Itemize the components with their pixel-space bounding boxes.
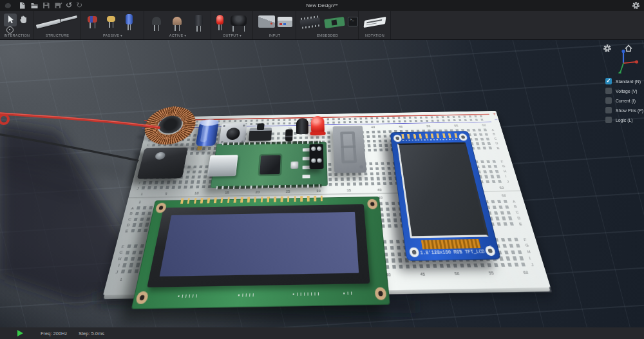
- checkbox-label: Current (I): [616, 99, 636, 103]
- power-supply-icon: [278, 17, 292, 27]
- title-bar: ↺ ↻ New Design**: [0, 0, 644, 11]
- display-options-panel: Standard (N)Voltage (V)Current (I)Show P…: [605, 78, 643, 126]
- document-title: New Design**: [0, 0, 644, 11]
- section-label-structure: STRUCTURE: [46, 34, 70, 37]
- led-icon: [216, 15, 223, 24]
- label-tag-icon: [363, 17, 386, 28]
- checkbox[interactable]: [605, 78, 612, 84]
- section-label-input: INPUT: [269, 34, 281, 37]
- input-module-icon: [258, 15, 275, 28]
- buzzer-icon: [231, 15, 247, 26]
- cursor-tool-button[interactable]: [4, 14, 17, 26]
- freq-value: Freq: 200Hz: [41, 331, 67, 336]
- breadboard-strip-icon-2: [61, 15, 77, 22]
- red-wire-loop[interactable]: [0, 115, 8, 124]
- orbit-tool-icon[interactable]: [6, 26, 14, 34]
- capacitor-icon: [126, 14, 133, 24]
- play-icon[interactable]: [17, 330, 23, 336]
- checkbox-label: Logic (L): [616, 118, 632, 122]
- hand-tool-icon[interactable]: [19, 14, 28, 27]
- breadboard-strip-icon: [36, 19, 61, 28]
- display-option-logic-l[interactable]: Logic (L): [605, 117, 643, 124]
- axis-gizmo[interactable]: [609, 45, 639, 73]
- checkbox-label: Show Pins (P): [616, 108, 643, 113]
- component-toolbar: >_ INTERACTION STRUCTURE PASSIVE ▾ ACTIV…: [0, 11, 644, 40]
- terminal-icon: >_: [348, 17, 358, 26]
- checkbox[interactable]: [605, 117, 612, 123]
- step-value: Step: 5.0ms: [79, 331, 104, 336]
- display-option-show-pins-p[interactable]: Show Pins (P): [605, 107, 643, 114]
- checkbox[interactable]: [605, 107, 612, 113]
- transistor2-icon: [173, 17, 182, 25]
- resistor-icon: [88, 16, 97, 23]
- checkbox[interactable]: [605, 97, 612, 104]
- checkbox-label: Voltage (V): [616, 89, 638, 93]
- status-bar: Freq: 200Hz Step: 5.0ms: [0, 327, 644, 339]
- section-label-notation: NOTATION: [365, 34, 384, 37]
- viewport-3d[interactable]: + − AABBCCDDEEFFGGHHIIJJAABBCCDDEEFFGGHH…: [0, 40, 644, 327]
- transistor-icon: [152, 17, 161, 25]
- resistor2-icon: [107, 16, 115, 22]
- transistor3-icon: [194, 15, 203, 26]
- wires: [0, 40, 644, 327]
- section-label-interaction: INTERACTION: [4, 34, 30, 37]
- display-option-current-i[interactable]: Current (I): [605, 97, 643, 104]
- red-wire[interactable]: [0, 113, 159, 128]
- dip-chip-icon: [299, 17, 320, 27]
- section-label-embedded: EMBEDDED: [317, 34, 339, 37]
- settings-gear-icon[interactable]: [632, 1, 640, 10]
- section-label-active: ACTIVE: [169, 34, 184, 37]
- display-option-voltage-v[interactable]: Voltage (V): [605, 88, 643, 95]
- section-label-output: OUTPUT: [223, 34, 238, 37]
- black-wire[interactable]: [0, 134, 138, 160]
- checkbox-label: Standard (N): [616, 79, 641, 84]
- checkbox[interactable]: [605, 88, 612, 94]
- display-option-standard-n[interactable]: Standard (N): [605, 78, 643, 85]
- section-label-passive: PASSIVE: [103, 34, 119, 37]
- mcu-board-icon: [324, 17, 345, 28]
